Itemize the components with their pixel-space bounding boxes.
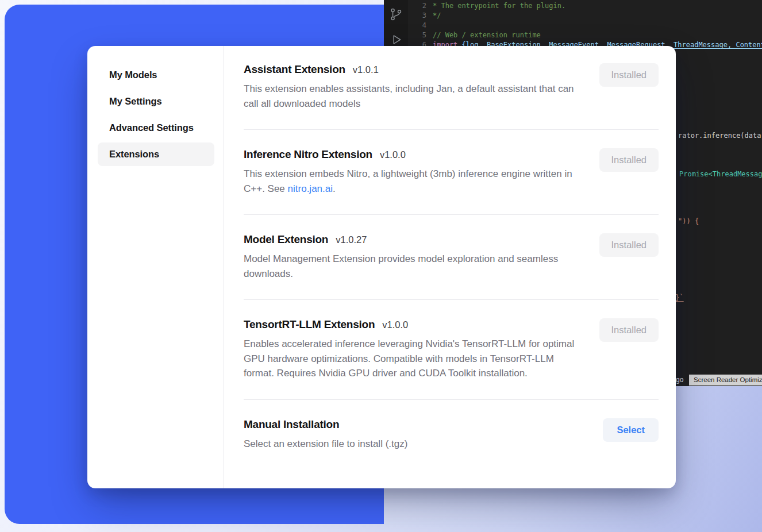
code-text: * The entrypoint for the plugin.	[433, 1, 565, 11]
sidebar-item-my-settings[interactable]: My Settings	[98, 90, 214, 113]
code-line: 2* The entrypoint for the plugin.	[408, 1, 762, 11]
extension-description: Enables accelerated inference leveraging…	[244, 337, 580, 381]
sidebar-item-advanced-settings[interactable]: Advanced Settings	[98, 116, 214, 140]
statusbar-text: go	[676, 376, 683, 384]
sidebar-item-extensions[interactable]: Extensions	[98, 142, 214, 166]
sidebar-item-my-models[interactable]: My Models	[98, 63, 214, 87]
extension-title: Assistant Extension	[244, 63, 345, 76]
installed-button[interactable]: Installed	[599, 233, 659, 257]
code-area: 2* The entrypoint for the plugin. 3*/ 4 …	[408, 1, 762, 50]
line-number: 5	[408, 30, 426, 40]
installed-button[interactable]: Installed	[599, 148, 659, 172]
code-fragment: rator.inference(data));	[678, 132, 762, 140]
extension-row-nitro: Inference Nitro Extension v1.0.0 This ex…	[244, 130, 659, 215]
line-number: 3	[408, 11, 426, 21]
manual-installation-title: Manual Installation	[244, 418, 339, 431]
code-fragment: ")) {	[678, 217, 699, 226]
extension-description: This extension embeds Nitro, a lightweig…	[244, 167, 580, 196]
extension-row-assistant: Assistant Extension v1.0.1 This extensio…	[244, 46, 659, 130]
extension-version: v1.0.1	[353, 64, 379, 75]
extension-title: Inference Nitro Extension	[244, 148, 372, 161]
extensions-list: Assistant Extension v1.0.1 This extensio…	[224, 46, 676, 488]
extension-row-model: Model Extension v1.0.27 Model Management…	[244, 215, 659, 300]
extension-row-tensorrt: TensortRT-LLM Extension v1.0.0 Enables a…	[244, 300, 659, 400]
line-number: 2	[408, 1, 426, 11]
line-number: 4	[408, 21, 426, 30]
desktop: 2* The entrypoint for the plugin. 3*/ 4 …	[0, 0, 762, 532]
settings-sidebar: My Models My Settings Advanced Settings …	[87, 46, 224, 488]
manual-installation-row: Manual Installation Select an extension …	[244, 400, 659, 470]
extension-version: v1.0.27	[336, 234, 367, 245]
screen-reader-status-chip[interactable]: Screen Reader Optimize	[689, 375, 762, 385]
installed-button[interactable]: Installed	[599, 63, 659, 87]
code-text: */	[433, 11, 441, 21]
source-control-icon[interactable]	[388, 7, 403, 22]
extension-title: Model Extension	[244, 233, 328, 246]
extension-version: v1.0.0	[380, 149, 406, 160]
manual-installation-description: Select an extension file to install (.tg…	[244, 437, 407, 452]
code-line: 5// Web / extension runtime	[408, 30, 762, 40]
extension-version: v1.0.0	[382, 319, 408, 330]
extension-description: This extension enables assistants, inclu…	[244, 82, 580, 111]
code-text: // Web / extension runtime	[433, 30, 541, 40]
installed-button[interactable]: Installed	[599, 318, 659, 342]
nitro-jan-ai-link[interactable]: nitro.jan.ai	[288, 183, 333, 194]
settings-modal: My Models My Settings Advanced Settings …	[87, 46, 676, 488]
description-text: .	[333, 183, 336, 194]
select-file-button[interactable]: Select	[603, 418, 659, 442]
run-and-debug-icon[interactable]	[388, 32, 403, 47]
code-line: 3*/	[408, 11, 762, 21]
code-fragment: Promise<ThreadMessage>	[679, 170, 762, 179]
extension-title: TensortRT-LLM Extension	[244, 318, 375, 331]
code-line: 4	[408, 21, 762, 30]
extension-description: Model Management Extension provides mode…	[244, 252, 580, 281]
